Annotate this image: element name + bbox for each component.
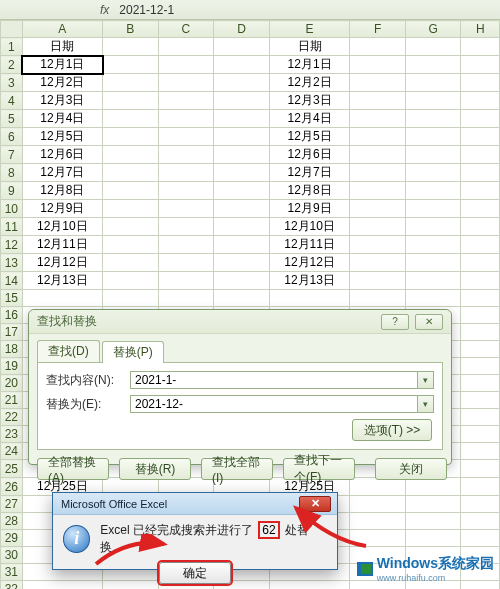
cell[interactable]: 12月10日 [22, 218, 102, 236]
cell[interactable] [461, 38, 500, 56]
cell[interactable] [461, 74, 500, 92]
formula-input[interactable]: 2021-12-1 [115, 3, 500, 17]
options-button[interactable]: 选项(T) >> [352, 419, 432, 441]
cell[interactable] [103, 236, 159, 254]
cell[interactable] [461, 146, 500, 164]
cell[interactable] [158, 236, 214, 254]
help-button[interactable]: ? [381, 314, 409, 330]
cell[interactable] [461, 513, 500, 530]
cell[interactable] [405, 182, 461, 200]
cell[interactable] [158, 272, 214, 290]
msgbox-close-button[interactable]: ✕ [299, 496, 331, 512]
ok-button[interactable]: 确定 [159, 562, 231, 584]
row-header[interactable]: 7 [1, 146, 23, 164]
cell[interactable] [103, 146, 159, 164]
cell[interactable] [405, 38, 461, 56]
close-dialog-button[interactable]: 关闭 [375, 458, 447, 480]
cell[interactable]: 12月12日 [22, 254, 102, 272]
cell[interactable] [461, 290, 500, 307]
cell[interactable] [158, 110, 214, 128]
cell[interactable]: 12月7日 [269, 164, 349, 182]
cell[interactable]: 12月2日 [22, 74, 102, 92]
cell[interactable] [103, 182, 159, 200]
cell[interactable]: 日期 [269, 38, 349, 56]
cell[interactable] [103, 254, 159, 272]
cell[interactable] [461, 218, 500, 236]
row-header[interactable]: 28 [1, 513, 23, 530]
cell[interactable] [461, 254, 500, 272]
row-header[interactable]: 21 [1, 392, 23, 409]
row-header[interactable]: 26 [1, 478, 23, 496]
select-all-corner[interactable] [1, 21, 23, 38]
cell[interactable] [103, 128, 159, 146]
cell[interactable] [461, 443, 500, 460]
cell[interactable] [158, 56, 214, 74]
cell[interactable] [405, 56, 461, 74]
cell[interactable]: 12月6日 [269, 146, 349, 164]
row-header[interactable]: 14 [1, 272, 23, 290]
col-header-H[interactable]: H [461, 21, 500, 38]
row-header[interactable]: 10 [1, 200, 23, 218]
cell[interactable] [214, 182, 270, 200]
cell[interactable] [214, 290, 270, 307]
cell[interactable]: 12月12日 [269, 254, 349, 272]
cell[interactable] [350, 218, 406, 236]
cell[interactable] [158, 200, 214, 218]
cell[interactable] [22, 290, 102, 307]
cell[interactable] [405, 530, 461, 547]
cell[interactable] [214, 218, 270, 236]
cell[interactable]: 12月1日 [22, 56, 102, 74]
cell[interactable] [158, 128, 214, 146]
replace-button[interactable]: 替换(R) [119, 458, 191, 480]
cell[interactable] [461, 426, 500, 443]
row-header[interactable]: 6 [1, 128, 23, 146]
cell[interactable] [158, 38, 214, 56]
cell[interactable]: 日期 [22, 38, 102, 56]
col-header-D[interactable]: D [214, 21, 270, 38]
cell[interactable]: 12月11日 [269, 236, 349, 254]
cell[interactable] [461, 182, 500, 200]
cell[interactable] [214, 38, 270, 56]
row-header[interactable]: 19 [1, 358, 23, 375]
cell[interactable] [350, 513, 406, 530]
cell[interactable] [350, 74, 406, 92]
cell[interactable]: 12月7日 [22, 164, 102, 182]
cell[interactable] [214, 56, 270, 74]
col-header-F[interactable]: F [350, 21, 406, 38]
cell[interactable]: 12月8日 [22, 182, 102, 200]
cell[interactable] [350, 164, 406, 182]
cell[interactable] [350, 110, 406, 128]
cell[interactable] [214, 110, 270, 128]
cell[interactable] [158, 92, 214, 110]
cell[interactable]: 12月11日 [22, 236, 102, 254]
cell[interactable] [350, 200, 406, 218]
row-header[interactable]: 30 [1, 547, 23, 564]
cell[interactable]: 12月3日 [269, 92, 349, 110]
cell[interactable] [158, 146, 214, 164]
cell[interactable] [461, 460, 500, 478]
cell[interactable] [214, 74, 270, 92]
fx-icon[interactable]: fx [100, 3, 109, 17]
cell[interactable] [158, 74, 214, 92]
row-header[interactable]: 24 [1, 443, 23, 460]
cell[interactable] [103, 38, 159, 56]
replace-all-button[interactable]: 全部替换(A) [37, 458, 109, 480]
cell[interactable] [214, 200, 270, 218]
cell[interactable] [158, 164, 214, 182]
cell[interactable] [461, 358, 500, 375]
row-header[interactable]: 27 [1, 496, 23, 513]
cell[interactable]: 12月5日 [22, 128, 102, 146]
cell[interactable] [214, 254, 270, 272]
col-header-G[interactable]: G [405, 21, 461, 38]
col-header-C[interactable]: C [158, 21, 214, 38]
row-header[interactable]: 3 [1, 74, 23, 92]
cell[interactable] [461, 496, 500, 513]
row-header[interactable]: 9 [1, 182, 23, 200]
cell[interactable] [461, 236, 500, 254]
cell[interactable]: 12月4日 [22, 110, 102, 128]
cell[interactable] [214, 92, 270, 110]
cell[interactable]: 12月5日 [269, 128, 349, 146]
cell[interactable] [350, 236, 406, 254]
row-header[interactable]: 12 [1, 236, 23, 254]
cell[interactable]: 12月10日 [269, 218, 349, 236]
